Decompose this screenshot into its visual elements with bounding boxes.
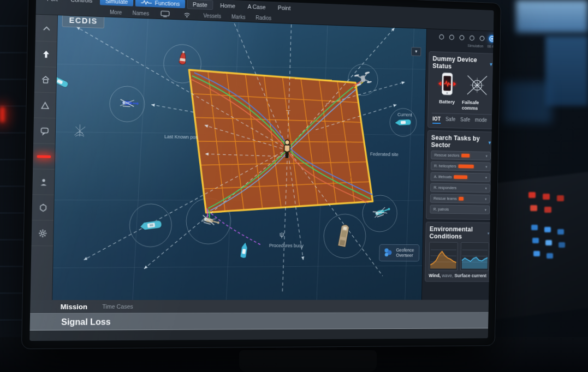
menu-item-paste[interactable]: Paste xyxy=(187,0,213,10)
chevron-down-icon[interactable]: ▾ xyxy=(488,139,491,146)
tab-mode[interactable]: mode xyxy=(475,117,487,125)
rail-gear-button[interactable] xyxy=(31,220,53,246)
menu-item-radios[interactable]: Radios xyxy=(252,14,276,21)
menu-item-icon[interactable] xyxy=(156,10,176,18)
chevron-down-icon[interactable]: ▾ xyxy=(485,165,487,169)
task-row[interactable]: Rescue teams▾ xyxy=(430,194,490,203)
arrow-up-icon xyxy=(40,49,51,59)
tab-safe[interactable]: Safe xyxy=(460,117,470,125)
window-light xyxy=(516,0,588,33)
bottom-bars: Mission Time Cases Signal Loss xyxy=(29,300,489,341)
vessel-rescue-ship[interactable] xyxy=(140,220,162,231)
task-label: R. helicopters xyxy=(434,164,456,169)
rail-chat-button[interactable] xyxy=(33,118,55,144)
chevron-down-icon[interactable]: ▾ xyxy=(485,176,487,180)
waveform-icon xyxy=(140,0,152,6)
task-row[interactable]: R. responders▾ xyxy=(430,183,490,193)
alert-bar-icon xyxy=(37,155,51,158)
chevron-down-icon[interactable]: ▾ xyxy=(486,154,488,158)
menu-item-marks[interactable]: Marks xyxy=(227,13,250,21)
environment-caption: Wind, wave, Surface current xyxy=(429,273,489,278)
locate-icon[interactable] xyxy=(489,34,494,43)
alert-signal-loss[interactable]: Signal Loss xyxy=(30,312,489,331)
footer-bar xyxy=(29,328,488,341)
task-label: A. lifeboats xyxy=(434,175,452,179)
tab-iot[interactable]: IOT xyxy=(432,116,441,124)
menu-item-controls[interactable]: Controls xyxy=(65,0,98,5)
device-label: Failsafe comms xyxy=(462,99,492,111)
task-row[interactable]: R. patrols▾ xyxy=(430,205,490,214)
device-label: Battery xyxy=(439,99,455,105)
menu-item-vessels[interactable]: Vessels xyxy=(199,12,225,20)
svg-text:⊤: ⊤ xyxy=(286,109,290,116)
panel-environment: Environmental Conditions ▾ Wind, wave, S… xyxy=(425,222,494,282)
task-row[interactable]: A. lifeboats▾ xyxy=(430,172,490,182)
panel-device-status: Dummy Device Status ▾ xyxy=(427,51,494,129)
ruler-icon[interactable] xyxy=(468,34,476,42)
task-list: Rescue sectors▾R. helicopters▾A. lifeboa… xyxy=(430,151,491,214)
layers-icon[interactable] xyxy=(458,33,466,41)
rail-triangle-button[interactable] xyxy=(34,92,56,118)
menu-item-point[interactable]: Point xyxy=(272,3,295,13)
task-label: R. responders xyxy=(433,185,456,190)
chevron-down-icon[interactable]: ▾ xyxy=(485,186,487,190)
monitor-icon xyxy=(159,10,171,17)
vessel-helicopter-teal[interactable] xyxy=(373,206,391,218)
menu-item-more[interactable]: More xyxy=(105,8,126,16)
menu-item-home[interactable]: Home xyxy=(215,1,241,10)
device-battery[interactable]: Battery xyxy=(432,71,462,110)
search-icon[interactable] xyxy=(438,33,446,41)
menu-item-functions[interactable]: Functions xyxy=(135,0,185,8)
chevron-down-icon[interactable]: ▾ xyxy=(485,197,486,201)
chevron-down-icon[interactable]: ▾ xyxy=(485,208,486,212)
status-led xyxy=(0,107,5,122)
rail-arrow-up-button[interactable] xyxy=(35,41,57,68)
chevron-down-icon[interactable]: ▾ xyxy=(490,61,492,67)
chevron-down-icon[interactable]: ▾ xyxy=(488,231,490,235)
home-icon xyxy=(40,74,51,85)
menu-item-a-case[interactable]: A Case xyxy=(242,2,271,12)
task-row[interactable]: R. helicopters▾ xyxy=(431,161,491,171)
device-tabs: IOTSafeSafemode xyxy=(431,113,491,125)
chevron-up-icon xyxy=(41,23,51,34)
rail-alert-bar-button[interactable] xyxy=(33,143,55,170)
app-label: ECDIS xyxy=(62,15,105,28)
task-row[interactable]: Rescue sectors▾ xyxy=(431,151,491,160)
vessel-boat-right[interactable] xyxy=(395,119,411,126)
rail-hexagon-button[interactable] xyxy=(32,195,54,220)
tab-time-cases[interactable]: Time Cases xyxy=(102,303,133,310)
menu-item-port[interactable]: Port xyxy=(41,0,63,4)
vessel-speedboat[interactable] xyxy=(240,242,248,258)
legend-badge[interactable]: Geofence Overseer xyxy=(379,244,419,261)
rail-person-button[interactable] xyxy=(32,169,54,195)
menu-item-names[interactable]: Names xyxy=(128,9,153,17)
chat-icon xyxy=(39,125,50,136)
map-collapse-button[interactable]: ▾ xyxy=(411,47,421,56)
vessel-helicopter-tan[interactable] xyxy=(201,215,221,226)
menu-item-icon[interactable] xyxy=(177,11,197,19)
grid-icon[interactable] xyxy=(448,33,456,41)
tab-safe[interactable]: Safe xyxy=(446,116,455,124)
tab-mission[interactable]: Mission xyxy=(61,302,88,310)
map-label: Current xyxy=(397,112,413,117)
rail-home-button[interactable] xyxy=(34,67,56,93)
person-icon xyxy=(38,177,49,187)
map-label: Procedures buoy xyxy=(269,243,304,248)
vessel-cargo-vessel[interactable] xyxy=(338,224,349,247)
panel-search-tasks: Search Tasks by Sector ▾ Rescue sectors▾… xyxy=(426,130,494,220)
device-failsafe[interactable]: Failsafe comms xyxy=(462,73,492,111)
screen: PortControlsSimulateFunctionsPasteHomeA … xyxy=(29,0,494,341)
vessel-red-buoy[interactable] xyxy=(179,51,187,65)
svg-text:ψ: ψ xyxy=(280,230,284,238)
triangle-icon xyxy=(40,100,50,110)
badge-line1: Geofence xyxy=(396,247,414,253)
window-light xyxy=(503,82,552,123)
chart-area[interactable]: ⊤ψ Last Known posFederated siteProcedure… xyxy=(52,15,426,300)
panel-title: Search Tasks by Sector xyxy=(431,134,488,150)
task-progress-bar xyxy=(454,175,467,179)
rail-chevron-up-button[interactable] xyxy=(35,16,57,42)
menu-item-simulate[interactable]: Simulate xyxy=(100,0,133,7)
map-label: Last Known pos xyxy=(164,134,198,140)
vessel-helicopter-blue[interactable] xyxy=(120,99,139,107)
target-icon[interactable] xyxy=(478,34,485,43)
